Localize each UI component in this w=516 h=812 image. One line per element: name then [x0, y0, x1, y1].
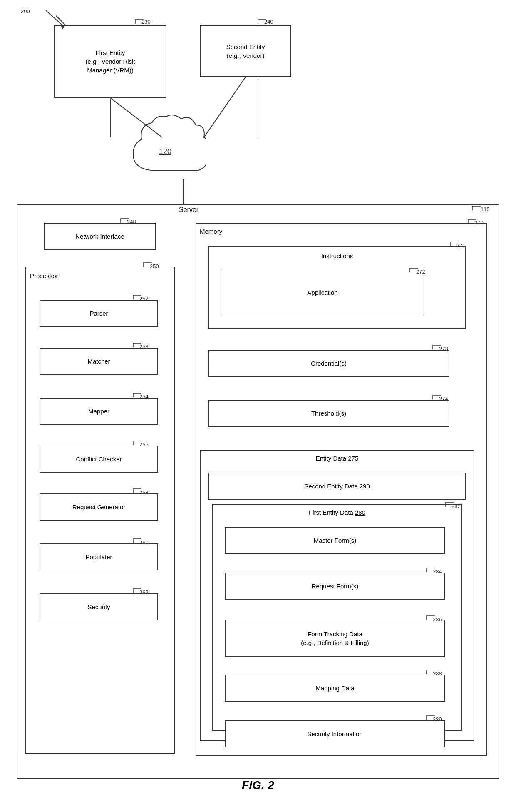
ref-254: 254 [139, 394, 149, 400]
ref-250: 250 [150, 263, 159, 269]
ref-240: 240 [264, 19, 273, 25]
ref-253: 253 [139, 344, 149, 350]
second-entity-data-label: Second Entity Data 290 [304, 482, 370, 491]
ref-260: 260 [139, 539, 149, 545]
thresholds-box: Threshold(s) [208, 400, 449, 427]
ref-280-inline: 280 [355, 509, 365, 516]
request-forms-box: Request Form(s) [225, 573, 445, 600]
conflict-checker-box: Conflict Checker [40, 446, 158, 473]
instructions-label-top: Instructions [321, 252, 353, 260]
request-generator-box: Request Generator [40, 493, 158, 521]
memory-label: Memory [200, 228, 222, 235]
ref-271: 271 [456, 242, 466, 249]
security-box: Security [40, 593, 158, 620]
form-tracking-box: Form Tracking Data(e.g., Definition & Fi… [225, 620, 445, 657]
ref-110: 110 [481, 206, 490, 212]
ref-270: 270 [474, 219, 484, 226]
mapper-box: Mapper [40, 398, 158, 425]
fig-caption-container: FIG. 2 [0, 779, 516, 792]
populater-box: Populater [40, 543, 158, 570]
ref-284: 284 [433, 568, 442, 575]
security-info-box: Security Information [225, 720, 445, 747]
conflict-checker-label: Conflict Checker [76, 455, 122, 463]
ref-275-inline: 275 [348, 455, 358, 462]
diagram: 200 First Entity(e.g., Vendor RiskManage… [0, 0, 516, 791]
ref-248: 248 [127, 219, 136, 225]
first-entity-box: First Entity(e.g., Vendor RiskManager (V… [54, 25, 166, 98]
ref-282: 282 [452, 503, 461, 509]
security-info-label: Security Information [307, 730, 362, 738]
ref-262: 262 [139, 589, 149, 595]
entity-data-label: Entity Data 275 [316, 455, 359, 462]
ref-289: 289 [433, 716, 442, 722]
application-box: Application [221, 269, 424, 316]
ref-272: 272 [416, 269, 425, 275]
ref-286: 286 [433, 616, 442, 623]
network-interface-box: Network Interface [44, 223, 156, 250]
ref-256: 256 [139, 441, 149, 448]
second-entity-box: Second Entity(e.g., Vendor) [200, 25, 291, 77]
ref-288: 288 [433, 670, 442, 677]
credentials-label: Credential(s) [311, 359, 347, 368]
second-entity-label: Second Entity(e.g., Vendor) [226, 42, 265, 60]
svg-line-10 [46, 10, 64, 27]
network-interface-label: Network Interface [75, 232, 124, 241]
cloud-shape: 120 [125, 112, 206, 179]
master-forms-label: Master Form(s) [314, 536, 357, 545]
form-tracking-label: Form Tracking Data(e.g., Definition & Fi… [301, 630, 369, 647]
request-generator-label: Request Generator [72, 503, 126, 511]
server-label: Server [179, 206, 198, 214]
ref-200: 200 [21, 8, 30, 15]
populater-label: Populater [85, 553, 112, 561]
matcher-box: Matcher [40, 348, 158, 375]
svg-line-7 [110, 98, 162, 137]
ref-273: 273 [439, 346, 448, 352]
parser-box: Parser [40, 300, 158, 327]
application-label: Application [307, 288, 337, 297]
svg-text:120: 120 [159, 147, 171, 156]
ref-274: 274 [439, 396, 448, 402]
first-entity-data-label: First Entity Data 280 [309, 509, 365, 516]
thresholds-label: Threshold(s) [311, 409, 346, 418]
svg-line-8 [204, 77, 246, 137]
ref-230: 230 [141, 19, 151, 25]
fig-caption: FIG. 2 [242, 779, 274, 792]
second-entity-data-box: Second Entity Data 290 [208, 473, 466, 500]
matcher-label: Matcher [87, 357, 110, 366]
first-entity-label: First Entity(e.g., Vendor RiskManager (V… [85, 48, 135, 75]
ref-252: 252 [139, 296, 149, 302]
parser-label: Parser [89, 309, 108, 318]
security-label: Security [87, 603, 110, 611]
ref-258: 258 [139, 489, 149, 496]
request-forms-label: Request Form(s) [312, 582, 359, 590]
mapping-data-box: Mapping Data [225, 675, 445, 702]
mapping-data-label: Mapping Data [315, 684, 354, 692]
mapper-label: Mapper [88, 407, 109, 416]
master-forms-box: Master Form(s) [225, 527, 445, 554]
processor-label: Processor [30, 272, 58, 279]
credentials-box: Credential(s) [208, 350, 449, 377]
